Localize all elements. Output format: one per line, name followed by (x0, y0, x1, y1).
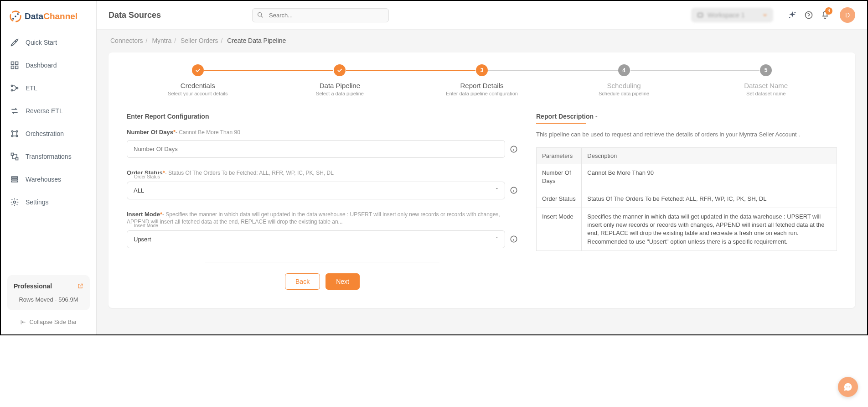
table-row: Order StatusStatus Of The Orders To be F… (537, 190, 837, 208)
svg-rect-18 (11, 177, 17, 178)
topbar: Data Sources Workspace 1 9 D (97, 1, 867, 30)
nav-dashboard[interactable]: Dashboard (1, 54, 96, 77)
help-icon[interactable] (804, 10, 813, 20)
nav: Quick Start Dashboard ETL Reverse ETL Or… (1, 31, 96, 275)
svg-rect-20 (11, 181, 17, 182)
step-dataset-name[interactable]: 5 Dataset Name Set dataset name (695, 64, 837, 96)
nav-etl[interactable]: ETL (1, 77, 96, 99)
nav-warehouses[interactable]: Warehouses (1, 168, 96, 191)
flow-icon (10, 83, 19, 93)
report-description-title: Report Description - (536, 113, 837, 120)
external-link-icon[interactable] (77, 283, 83, 289)
svg-rect-7 (11, 66, 14, 69)
table-header-description: Description (582, 147, 837, 164)
svg-point-13 (16, 130, 17, 132)
nav-transformations[interactable]: Transformations (1, 145, 96, 168)
nodes-icon (10, 129, 19, 138)
button-row: Back Next (127, 273, 518, 290)
crumb-myntra[interactable]: Myntra (152, 37, 171, 44)
svg-rect-19 (11, 179, 17, 180)
collapse-icon (20, 319, 26, 325)
avatar[interactable]: D (840, 7, 855, 23)
notification-badge: 9 (825, 7, 832, 15)
info-icon[interactable] (510, 186, 518, 194)
svg-point-4 (15, 41, 16, 42)
swap-icon (10, 106, 19, 115)
svg-rect-23 (698, 13, 703, 17)
workspace-icon (697, 11, 704, 19)
workspace-selector[interactable]: Workspace 1 (691, 8, 773, 22)
insert-mode-select[interactable]: Upsert (127, 230, 505, 248)
report-description-text: This pipeline can be used to request and… (536, 130, 837, 139)
stack-icon (10, 175, 19, 184)
logo-icon (9, 10, 22, 23)
svg-point-14 (11, 135, 13, 136)
divider (205, 262, 440, 262)
table-header-parameters: Parameters (537, 147, 582, 164)
step-report-details[interactable]: 3 Report Details Enter data pipeline con… (411, 64, 553, 96)
notifications[interactable]: 9 (821, 10, 830, 21)
stepper: Credentials Select your account details … (127, 64, 837, 96)
svg-rect-8 (16, 66, 18, 69)
svg-point-25 (789, 17, 790, 19)
content-card: Credentials Select your account details … (108, 52, 855, 308)
section-title: Enter Report Configuration (127, 113, 518, 120)
svg-rect-17 (16, 158, 18, 160)
svg-rect-6 (16, 62, 18, 65)
svg-point-15 (16, 135, 17, 136)
breadcrumb: Connectors/ Myntra/ Seller Orders/ Creat… (97, 30, 867, 49)
search-wrap (252, 8, 389, 22)
check-icon (195, 67, 201, 73)
svg-point-1 (17, 13, 19, 15)
grid-icon (10, 61, 19, 70)
svg-point-3 (15, 16, 16, 17)
svg-point-10 (11, 89, 13, 91)
crumb-connectors[interactable]: Connectors (110, 37, 143, 44)
step-scheduling[interactable]: 4 Scheduling Schedule data pipeline (553, 64, 695, 96)
check-icon (336, 67, 343, 73)
transform-icon (10, 152, 19, 161)
table-row: Insert ModeSpecifies the manner in which… (537, 208, 837, 251)
gear-icon (10, 198, 19, 207)
sparkle-icon[interactable] (788, 10, 797, 20)
parameters-table: Parameters Description Number Of DaysCan… (536, 147, 837, 251)
crumb-current: Create Data Pipeline (227, 37, 286, 44)
sidebar: DataChannel Quick Start Dashboard ETL Re… (1, 1, 97, 334)
number-of-days-input[interactable] (127, 140, 505, 158)
next-button[interactable]: Next (326, 273, 360, 290)
svg-rect-5 (11, 62, 14, 65)
svg-point-2 (12, 18, 14, 20)
nav-orchestration[interactable]: Orchestration (1, 122, 96, 145)
svg-point-12 (11, 130, 13, 132)
field-insert-mode: Insert Mode*- Specifies the manner in wh… (127, 210, 518, 248)
rocket-icon (10, 38, 19, 47)
order-status-select[interactable]: ALL (127, 182, 505, 199)
brand-logo[interactable]: DataChannel (1, 1, 96, 31)
svg-point-9 (11, 85, 13, 86)
field-order-status: Order Status*- Status Of The Orders To b… (127, 169, 518, 199)
svg-point-11 (16, 87, 18, 89)
table-row: Number Of DaysCannot Be More Than 90 (537, 164, 837, 190)
svg-point-26 (806, 12, 812, 19)
step-credentials[interactable]: Credentials Select your account details (127, 64, 269, 96)
info-icon[interactable] (510, 235, 518, 243)
nav-reverse-etl[interactable]: Reverse ETL (1, 99, 96, 122)
collapse-sidebar[interactable]: Collapse Side Bar (7, 315, 90, 329)
title-underline (536, 123, 586, 124)
back-button[interactable]: Back (285, 273, 320, 290)
main: Data Sources Workspace 1 9 D (97, 1, 867, 334)
info-icon[interactable] (510, 145, 518, 153)
nav-settings[interactable]: Settings (1, 191, 96, 214)
plan-rows: Rows Moved - 596.9M (14, 296, 83, 303)
page-title: Data Sources (108, 10, 161, 20)
search-input[interactable] (252, 8, 389, 22)
svg-point-22 (258, 12, 262, 16)
svg-point-21 (14, 201, 16, 204)
chevron-down-icon (762, 12, 768, 18)
svg-rect-16 (11, 153, 14, 156)
step-data-pipeline[interactable]: Data Pipeline Select a data pipeline (269, 64, 411, 96)
crumb-seller-orders[interactable]: Seller Orders (181, 37, 218, 44)
search-icon (257, 11, 264, 19)
nav-quick-start[interactable]: Quick Start (1, 31, 96, 54)
plan-name: Professional (14, 282, 52, 290)
